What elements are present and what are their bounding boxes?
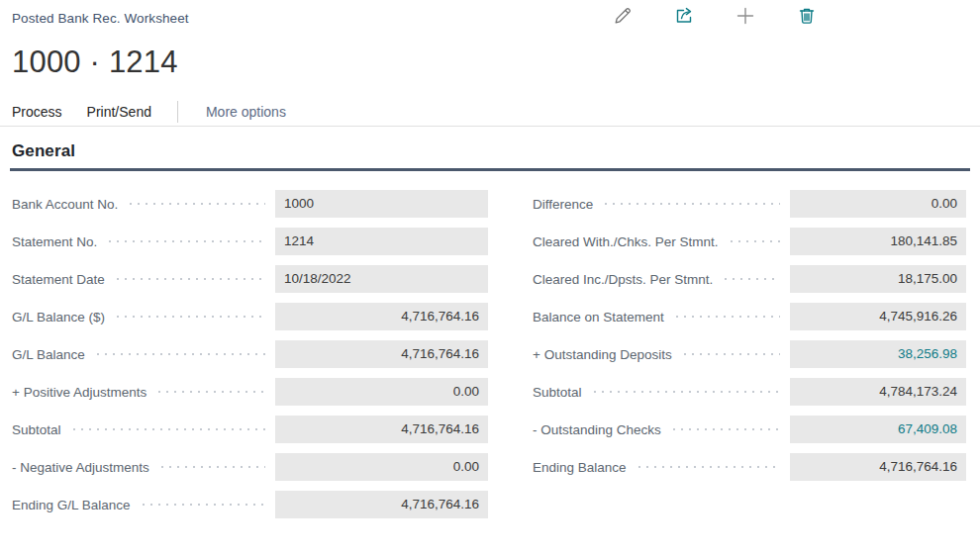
field-label: Ending Balance: [533, 460, 627, 475]
fields-column-right: Difference 0.00 Cleared With./Chks. Per …: [533, 190, 966, 491]
field-row-positive-adjustments: + Positive Adjustments 0.00: [12, 378, 488, 406]
dotted-leader: [681, 352, 780, 356]
field-label: Statement Date: [12, 272, 105, 287]
section-header-general[interactable]: General: [10, 141, 970, 171]
field-row-outstanding-checks: - Outstanding Checks 67,409.08: [533, 416, 966, 443]
delete-button[interactable]: [796, 6, 818, 28]
pencil-icon: [613, 6, 633, 29]
field-value-gl-balance: 4,716,764.16: [275, 340, 488, 368]
field-value-ending-gl-balance: 4,716,764.16: [275, 491, 488, 518]
share-icon: [674, 6, 694, 29]
field-value-cleared-withdrawals: 180,141.85: [790, 228, 966, 255]
dotted-leader: [673, 315, 780, 319]
menu-item-more-options[interactable]: More options: [206, 104, 286, 120]
field-row-subtotal-left: Subtotal 4,716,764.16: [12, 416, 488, 443]
field-label: Bank Account No.: [12, 197, 118, 212]
header: Posted Bank Rec. Worksheet: [0, 0, 980, 36]
field-label: G/L Balance: [12, 347, 85, 362]
dotted-leader: [106, 239, 265, 243]
field-label: + Outstanding Deposits: [533, 347, 672, 362]
dotted-leader: [127, 202, 265, 206]
field-label: Subtotal: [12, 422, 61, 437]
field-value-outstanding-deposits-link[interactable]: 38,256.98: [790, 340, 966, 368]
field-row-statement-no: Statement No. 1214: [12, 228, 488, 255]
field-label: Statement No.: [12, 234, 97, 249]
field-label: Balance on Statement: [533, 310, 664, 324]
field-row-subtotal-right: Subtotal 4,784,173.24: [533, 378, 966, 406]
menu-bar: Process Print/Send More options: [0, 97, 980, 127]
menu-item-process[interactable]: Process: [12, 104, 62, 120]
action-icon-bar: [612, 6, 818, 28]
field-label: Ending G/L Balance: [12, 498, 131, 512]
field-value-subtotal-left: 4,716,764.16: [275, 416, 488, 443]
field-label: Subtotal: [533, 385, 582, 400]
dotted-leader: [722, 277, 780, 281]
field-label: Difference: [533, 197, 593, 212]
fields-column-left: Bank Account No. 1000 Statement No. 1214…: [12, 190, 488, 528]
field-row-gl-balance-usd: G/L Balance ($) 4,716,764.16: [12, 303, 488, 330]
dotted-leader: [94, 352, 265, 356]
dotted-leader: [158, 465, 265, 469]
field-value-cleared-deposits: 18,175.00: [790, 265, 966, 293]
share-button[interactable]: [673, 6, 695, 28]
dotted-leader: [140, 503, 265, 507]
dotted-leader: [114, 277, 265, 281]
field-row-negative-adjustments: - Negative Adjustments 0.00: [12, 453, 488, 481]
menu-item-print-send[interactable]: Print/Send: [87, 104, 151, 120]
general-fields: Bank Account No. 1000 Statement No. 1214…: [0, 171, 980, 528]
dotted-leader: [70, 427, 265, 431]
new-button[interactable]: [735, 6, 756, 28]
field-value-ending-balance: 4,716,764.16: [790, 453, 966, 481]
field-value-negative-adjustments: 0.00: [275, 453, 488, 481]
dotted-leader: [591, 390, 780, 394]
dotted-leader: [155, 390, 265, 394]
field-value-bank-account-no: 1000: [275, 190, 488, 218]
plus-icon: [735, 6, 755, 29]
field-value-subtotal-right: 4,784,173.24: [790, 378, 966, 406]
dotted-leader: [636, 465, 780, 469]
field-label: + Positive Adjustments: [12, 385, 147, 400]
field-row-difference: Difference 0.00: [533, 190, 966, 218]
field-label: Cleared With./Chks. Per Stmnt.: [533, 234, 719, 249]
page-caption: Posted Bank Rec. Worksheet: [12, 11, 968, 26]
field-value-balance-on-statement: 4,745,916.26: [790, 303, 966, 330]
section-title: General: [12, 141, 75, 160]
trash-icon: [797, 6, 817, 29]
field-value-difference: 0.00: [790, 190, 966, 218]
field-row-gl-balance: G/L Balance 4,716,764.16: [12, 340, 488, 368]
field-value-statement-no: 1214: [275, 228, 488, 255]
edit-button[interactable]: [612, 6, 634, 28]
field-label: Cleared Inc./Dpsts. Per Stmnt.: [533, 272, 713, 287]
field-value-statement-date: 10/18/2022: [275, 265, 488, 293]
menu-divider: [177, 101, 178, 123]
dotted-leader: [114, 315, 265, 319]
field-row-outstanding-deposits: + Outstanding Deposits 38,256.98: [533, 340, 966, 368]
field-value-outstanding-checks-link[interactable]: 67,409.08: [790, 416, 966, 443]
field-row-bank-account-no: Bank Account No. 1000: [12, 190, 488, 218]
dotted-leader: [670, 427, 780, 431]
field-value-gl-balance-usd: 4,716,764.16: [275, 303, 488, 330]
field-row-cleared-withdrawals: Cleared With./Chks. Per Stmnt. 180,141.8…: [533, 228, 966, 255]
field-row-statement-date: Statement Date 10/18/2022: [12, 265, 488, 293]
field-row-ending-balance: Ending Balance 4,716,764.16: [533, 453, 966, 481]
field-label: - Negative Adjustments: [12, 460, 149, 475]
dotted-leader: [602, 202, 780, 206]
field-label: G/L Balance ($): [12, 310, 105, 324]
field-value-positive-adjustments: 0.00: [275, 378, 488, 406]
page-title: 1000 · 1214: [0, 36, 980, 81]
field-row-ending-gl-balance: Ending G/L Balance 4,716,764.16: [12, 491, 488, 518]
field-row-balance-on-statement: Balance on Statement 4,745,916.26: [533, 303, 966, 330]
field-label: - Outstanding Checks: [533, 422, 661, 437]
dotted-leader: [728, 239, 780, 243]
field-row-cleared-deposits: Cleared Inc./Dpsts. Per Stmnt. 18,175.00: [533, 265, 966, 293]
